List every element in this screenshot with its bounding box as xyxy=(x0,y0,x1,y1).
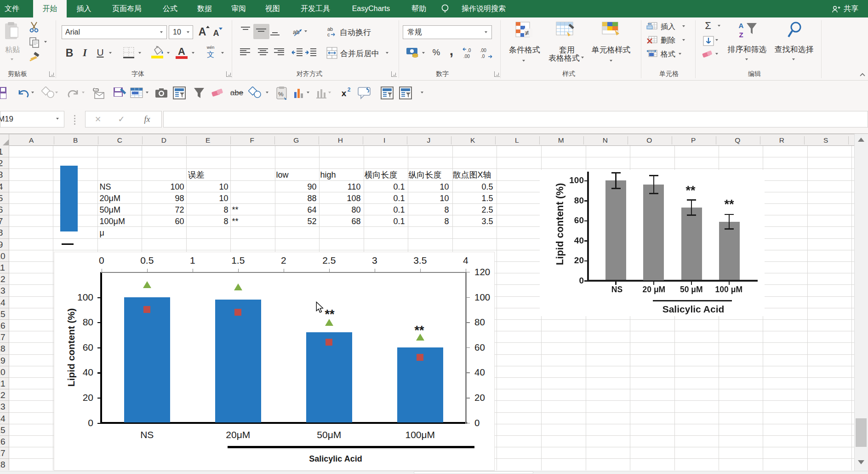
svg-text:c: c xyxy=(327,32,330,37)
svg-text:.0: .0 xyxy=(481,54,485,59)
svg-text:≠: ≠ xyxy=(525,29,529,37)
svg-text:.00: .00 xyxy=(463,54,470,59)
svg-text:%: % xyxy=(278,91,284,98)
svg-text:.00: .00 xyxy=(480,48,486,53)
svg-text:ab: ab xyxy=(327,26,333,32)
svg-text:.0: .0 xyxy=(467,48,471,53)
